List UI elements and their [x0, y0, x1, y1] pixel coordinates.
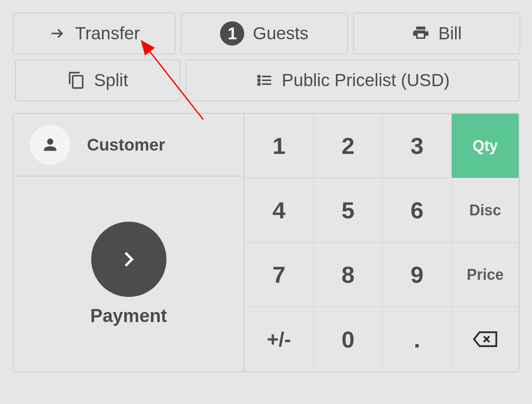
guests-count-badge: 1: [220, 21, 244, 46]
transfer-button[interactable]: Transfer: [13, 13, 176, 54]
payment-label: Payment: [90, 305, 167, 326]
guests-button[interactable]: 1 Guests: [181, 13, 348, 54]
numpad-disc[interactable]: Disc: [452, 178, 519, 243]
numpad-plusminus[interactable]: +/-: [245, 307, 314, 371]
copy-icon: [67, 71, 86, 89]
numpad-6[interactable]: 6: [383, 178, 452, 243]
pricelist-label: Public Pricelist (USD): [282, 70, 450, 90]
transfer-label: Transfer: [75, 23, 140, 43]
bill-button[interactable]: Bill: [353, 13, 520, 54]
guests-label: Guests: [253, 23, 308, 43]
numpad-0[interactable]: 0: [314, 307, 383, 371]
list-icon: [255, 71, 274, 89]
pricelist-button[interactable]: Public Pricelist (USD): [185, 59, 519, 101]
numpad: 1 2 3 Qty 4 5 6 Disc 7 8 9 Price +/- 0 .: [244, 114, 519, 371]
pos-panel: Customer Payment 1 2 3 Qty 4 5 6 Disc 7 …: [13, 113, 519, 372]
user-icon: [41, 136, 59, 154]
avatar: [30, 125, 70, 165]
numpad-4[interactable]: 4: [245, 178, 314, 243]
numpad-backspace[interactable]: [452, 307, 519, 371]
customer-label: Customer: [87, 136, 165, 154]
payment-circle: [91, 222, 166, 297]
numpad-1[interactable]: 1: [245, 114, 314, 178]
numpad-price[interactable]: Price: [452, 243, 519, 307]
numpad-9[interactable]: 9: [383, 243, 452, 307]
split-label: Split: [94, 70, 128, 90]
split-button[interactable]: Split: [15, 59, 180, 101]
customer-button[interactable]: Customer: [13, 114, 244, 176]
bill-label: Bill: [438, 23, 462, 43]
payment-button[interactable]: Payment: [13, 176, 244, 371]
backspace-icon: [473, 331, 498, 348]
numpad-dot[interactable]: .: [383, 307, 452, 371]
printer-icon: [412, 24, 430, 43]
numpad-7[interactable]: 7: [245, 243, 314, 307]
numpad-qty[interactable]: Qty: [452, 114, 519, 178]
numpad-3[interactable]: 3: [383, 114, 452, 178]
arrow-right-icon: [49, 24, 67, 43]
numpad-2[interactable]: 2: [314, 114, 383, 178]
chevron-right-icon: [114, 245, 143, 274]
numpad-8[interactable]: 8: [314, 243, 383, 307]
numpad-5[interactable]: 5: [314, 178, 383, 243]
